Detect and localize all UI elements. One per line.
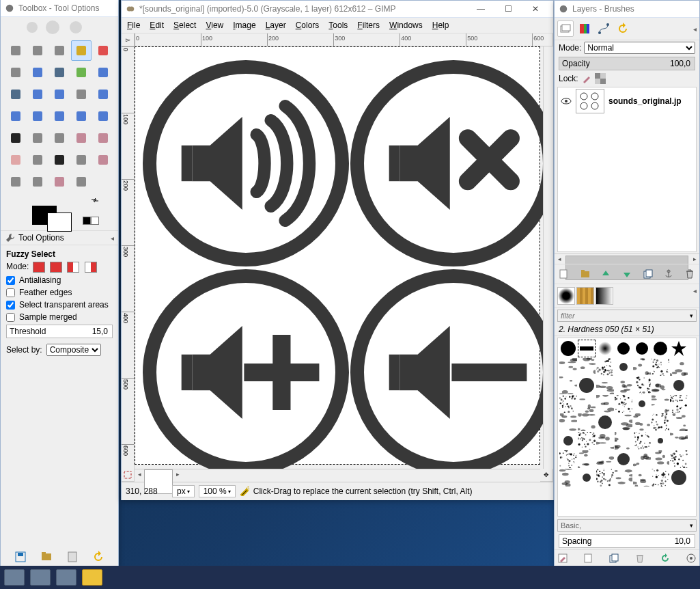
tab-undo[interactable]	[615, 20, 631, 37]
edit-brush-icon[interactable]	[557, 553, 568, 564]
opacity-input[interactable]	[655, 58, 692, 69]
mode-intersect[interactable]	[85, 262, 97, 273]
brush-cell[interactable]	[652, 340, 669, 357]
brush-cell[interactable]	[633, 469, 651, 487]
brush-cell[interactable]	[652, 469, 669, 487]
brush-cell[interactable]	[578, 358, 596, 376]
canvas-area[interactable]	[135, 46, 543, 469]
brush-preset-row[interactable]: ▾	[557, 519, 697, 532]
tool-fuzzy-select[interactable]	[71, 40, 92, 61]
brush-cell[interactable]	[615, 469, 632, 487]
brush-cell[interactable]	[652, 413, 669, 431]
preset-dropdown-icon[interactable]: ▾	[686, 522, 696, 529]
tool-paintbrush[interactable]	[93, 128, 113, 148]
tool-crop[interactable]	[71, 84, 92, 105]
tool-perspective-clone[interactable]	[5, 172, 26, 192]
brush-cell[interactable]	[633, 450, 651, 468]
brush-cell[interactable]	[596, 450, 614, 468]
antialias-checkbox[interactable]: Antialiasing	[6, 275, 113, 285]
brush-tab-menu-icon[interactable]: ◂	[693, 287, 697, 305]
tab-paths[interactable]	[596, 20, 612, 37]
menu-windows[interactable]: Windows	[389, 20, 423, 30]
blend-mode-select[interactable]: Normal	[584, 42, 695, 54]
menu-help[interactable]: Help	[432, 20, 449, 30]
delete-brush-icon[interactable]	[634, 553, 645, 564]
tab-channels[interactable]	[576, 20, 593, 37]
tool-measure[interactable]	[5, 84, 26, 105]
taskbar-item[interactable]	[4, 569, 25, 586]
tool-flip[interactable]	[71, 106, 92, 126]
brush-cell[interactable]	[670, 432, 688, 450]
tab-patterns[interactable]	[576, 287, 594, 305]
tool-ellipse-select[interactable]	[27, 40, 48, 61]
horizontal-ruler[interactable]: 0100200300400500600	[135, 33, 540, 46]
brush-cell[interactable]	[633, 376, 651, 394]
new-brush-icon[interactable]	[583, 553, 594, 564]
brush-preset-input[interactable]	[558, 520, 686, 531]
brush-cell[interactable]	[559, 432, 577, 450]
brush-cell[interactable]	[578, 376, 596, 394]
duplicate-brush-icon[interactable]	[608, 553, 619, 564]
brush-cell[interactable]	[615, 432, 632, 450]
filter-dropdown-icon[interactable]: ▾	[686, 312, 696, 319]
brush-cell[interactable]	[633, 358, 651, 376]
menu-tools[interactable]: Tools	[328, 20, 348, 30]
lock-pixels-icon[interactable]	[581, 73, 592, 84]
brush-cell[interactable]	[559, 413, 577, 431]
layer-list[interactable]: sounds_original.jp	[557, 87, 697, 252]
layer-hscroll[interactable]: ◂▸	[555, 254, 699, 264]
restore-options-icon[interactable]	[40, 551, 53, 563]
layer-down-icon[interactable]	[620, 267, 634, 281]
new-layer-icon[interactable]	[557, 267, 571, 281]
tool-zoom[interactable]	[93, 62, 113, 83]
menu-layer[interactable]: Layer	[266, 20, 286, 30]
brush-cell[interactable]	[633, 340, 651, 357]
brush-filter[interactable]: ▾	[557, 310, 697, 322]
brush-cell[interactable]	[615, 413, 632, 431]
quickmask-toggle[interactable]	[122, 469, 135, 482]
tool-dodge[interactable]	[71, 172, 92, 192]
image-titlebar[interactable]: *[sounds_original] (imported)-5.0 (Grays…	[122, 1, 553, 18]
tool-by-color-select[interactable]	[93, 40, 113, 61]
tool-foreground-select[interactable]	[27, 62, 48, 83]
color-swatches[interactable]	[1, 195, 118, 225]
mode-replace[interactable]	[33, 262, 45, 273]
delete-layer-icon[interactable]	[683, 267, 697, 281]
brush-cell[interactable]	[596, 358, 614, 376]
brush-cell[interactable]	[670, 413, 688, 431]
brush-cell[interactable]	[559, 395, 577, 413]
brush-cell[interactable]	[652, 358, 669, 376]
brush-cell[interactable]	[559, 340, 577, 357]
tool-eraser[interactable]	[5, 150, 26, 170]
tool-color-picker[interactable]	[71, 62, 92, 83]
opacity-field[interactable]: Opacity	[559, 57, 695, 70]
menu-file[interactable]: File	[127, 20, 140, 30]
brush-cell[interactable]	[615, 450, 632, 468]
tool-clone[interactable]	[71, 150, 92, 170]
brush-cell[interactable]	[596, 432, 614, 450]
brush-cell[interactable]	[670, 358, 688, 376]
brush-grid[interactable]	[557, 338, 697, 517]
layer-up-icon[interactable]	[599, 267, 613, 281]
brush-cell[interactable]	[578, 432, 596, 450]
tool-free-select[interactable]	[49, 40, 70, 61]
brush-cell[interactable]	[652, 395, 669, 413]
refresh-brushes-icon[interactable]	[660, 553, 671, 564]
vertical-ruler[interactable]: 0100200300400500600	[122, 46, 135, 469]
brush-cell[interactable]	[578, 395, 596, 413]
brush-cell[interactable]	[559, 469, 577, 487]
tab-gradients[interactable]	[596, 287, 613, 305]
tool-heal[interactable]	[93, 150, 113, 170]
tool-rect-select[interactable]	[5, 40, 26, 61]
brush-filter-input[interactable]	[558, 310, 686, 321]
brush-cell[interactable]	[596, 376, 614, 394]
canvas[interactable]	[135, 46, 540, 465]
brush-cell[interactable]	[633, 432, 651, 450]
taskbar-item[interactable]	[30, 569, 51, 586]
tool-cage[interactable]	[93, 106, 113, 126]
tool-blend[interactable]	[49, 128, 70, 148]
brush-cell[interactable]	[596, 395, 614, 413]
layer-row[interactable]: sounds_original.jp	[558, 87, 696, 115]
brush-cell[interactable]	[559, 358, 577, 376]
tool-scissors[interactable]	[5, 62, 26, 83]
